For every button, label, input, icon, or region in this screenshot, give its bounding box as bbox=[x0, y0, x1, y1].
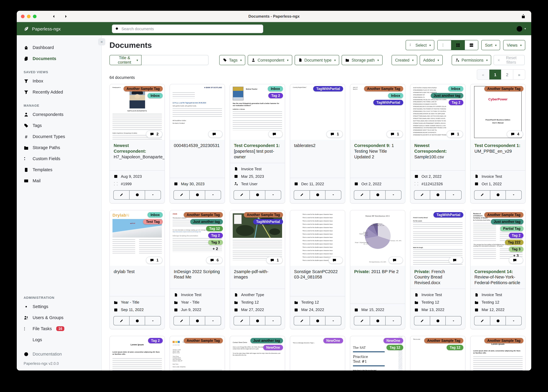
download-button[interactable] bbox=[145, 190, 161, 199]
comment-count-badge[interactable] bbox=[389, 257, 403, 264]
document-card[interactable]: AdobThis document contains iFor more inf… bbox=[170, 210, 225, 329]
document-preview[interactable]: This is a test for the double space char… bbox=[290, 210, 345, 266]
document-title[interactable]: tablerates2 bbox=[290, 140, 345, 178]
minimize-window-button[interactable] bbox=[27, 15, 30, 18]
document-card[interactable]: Review ofof Arbitral ACertainty of Award… bbox=[470, 210, 526, 329]
sidebar-item-documentation[interactable]: Documentation bbox=[17, 349, 101, 359]
comment-count-badge[interactable]: 1 bbox=[386, 131, 403, 138]
tag-pill[interactable]: Another Sample Tag bbox=[184, 338, 223, 343]
close-window-button[interactable] bbox=[21, 15, 25, 18]
document-title[interactable]: 0004814539_20230531 bbox=[170, 140, 225, 178]
edit-button[interactable] bbox=[414, 190, 430, 199]
document-card[interactable]: French Country BreadFor the LeavenMake t… bbox=[410, 210, 465, 329]
document-preview[interactable]: Serial Number,Company Name,Employe978818… bbox=[411, 84, 465, 140]
edit-button[interactable] bbox=[234, 316, 249, 325]
comment-count-badge[interactable]: 2 bbox=[146, 131, 162, 138]
document-preview[interactable]: CyberPowerPowerPanel® Business EditionUs… bbox=[470, 84, 525, 140]
global-search[interactable] bbox=[112, 24, 263, 33]
edit-button[interactable] bbox=[354, 190, 370, 199]
download-button[interactable] bbox=[205, 316, 221, 325]
download-button[interactable] bbox=[506, 190, 521, 199]
tag-pill[interactable]: TagWithPartial bbox=[313, 86, 343, 91]
sidebar-item-document-types[interactable]: # Document Types bbox=[17, 132, 101, 142]
edit-button[interactable] bbox=[114, 316, 129, 325]
comment-count-badge[interactable] bbox=[509, 257, 523, 264]
download-button[interactable] bbox=[385, 190, 401, 199]
document-preview[interactable]: Review ofof Arbitral ACertainty of Award… bbox=[470, 210, 525, 266]
storage-path-filter-button[interactable]: Storage path bbox=[342, 55, 382, 65]
zoom-window-button[interactable] bbox=[33, 15, 36, 18]
view-button[interactable] bbox=[310, 316, 325, 325]
download-button[interactable] bbox=[506, 316, 521, 325]
document-card[interactable]: Patient BP Distribution 2011Isolated Sys… bbox=[350, 210, 405, 329]
document-preview[interactable]: one,1.0five,5.0 Another Sample TagInboxT… bbox=[350, 84, 405, 140]
sidebar-item-custom-fields[interactable]: Custom Fields bbox=[17, 154, 101, 164]
tag-pill[interactable]: TagWithPartial bbox=[253, 219, 283, 224]
tag-pill[interactable]: Just another tag bbox=[431, 93, 463, 98]
comment-count-badge[interactable] bbox=[208, 131, 223, 138]
pagination-page-1[interactable]: 1 bbox=[489, 70, 501, 79]
edit-button[interactable] bbox=[234, 190, 249, 199]
brand[interactable]: Paperless-ngx bbox=[17, 26, 102, 32]
sidebar-item-file-tasks[interactable]: File Tasks 16 bbox=[17, 324, 101, 334]
view-button[interactable] bbox=[370, 190, 385, 199]
document-card[interactable]: Medical TeacherHas the new Kirkpatrick g… bbox=[230, 84, 285, 203]
sidebar-item-tags[interactable]: Tags bbox=[17, 120, 101, 131]
document-preview[interactable]: Patient BP Distribution 2011Isolated Sys… bbox=[350, 210, 405, 266]
tag-pill[interactable]: Inbox bbox=[268, 86, 283, 91]
tag-pill[interactable]: Just another tag bbox=[250, 338, 283, 343]
filter-text-input[interactable] bbox=[142, 55, 208, 65]
tag-pill[interactable]: NewOne bbox=[323, 338, 343, 343]
document-title[interactable]: Newest Correspondent: H7_Napoleon_Bonapa… bbox=[110, 140, 165, 170]
download-button[interactable] bbox=[325, 190, 341, 199]
view-button[interactable] bbox=[310, 190, 325, 199]
document-card[interactable]: Country,Region/State," TagWithPartial 1 … bbox=[290, 84, 345, 203]
tag-pill[interactable]: Inbox bbox=[148, 93, 163, 98]
tag-pill[interactable]: NewOne bbox=[263, 345, 283, 350]
document-correspondent[interactable]: Correspondent 14: bbox=[474, 269, 513, 274]
document-title[interactable]: Private: 2011 BP Pie 2 bbox=[350, 266, 405, 304]
sidebar-item-correspondents[interactable]: Correspondents bbox=[17, 109, 101, 119]
tag-pill[interactable]: Inbox bbox=[388, 93, 403, 98]
document-preview[interactable]: Medical TeacherHas the new Kirkpatrick g… bbox=[230, 84, 285, 140]
pagination-next-button[interactable]: » bbox=[513, 70, 525, 79]
document-card[interactable]: The SATPracticeTest #1Make time to take … bbox=[350, 336, 405, 371]
edit-button[interactable] bbox=[474, 190, 490, 199]
tag-pill[interactable]: Tag 12 bbox=[387, 345, 403, 350]
document-title[interactable]: Correspondent 14: Review-of-New-York-Fed… bbox=[470, 266, 525, 289]
document-title[interactable]: Newest Correspondent: Sample100.csv bbox=[411, 140, 465, 170]
document-card[interactable]: Contact Sheet DemoGiven a set of image f… bbox=[230, 336, 285, 371]
document-title[interactable]: drylab Test bbox=[110, 266, 165, 296]
share-button[interactable] bbox=[521, 14, 526, 20]
added-filter-button[interactable]: Added bbox=[420, 55, 443, 65]
document-correspondent[interactable]: Private: bbox=[354, 269, 370, 274]
tag-pill[interactable]: Another Sample Tag bbox=[364, 86, 403, 91]
sort-button[interactable]: Sort bbox=[482, 40, 500, 50]
created-filter-button[interactable]: Created bbox=[391, 55, 417, 65]
view-button[interactable] bbox=[430, 316, 445, 325]
forward-icon[interactable] bbox=[63, 14, 68, 19]
comment-count-badge[interactable]: 6 bbox=[206, 257, 223, 264]
view-button[interactable] bbox=[370, 316, 385, 325]
document-preview[interactable]: Lorem ipsumLorem ipsum dolor sit amet, c… bbox=[110, 336, 165, 371]
permissions-filter-button[interactable]: Permissions bbox=[452, 55, 491, 65]
tag-pill[interactable]: Just another tag bbox=[491, 219, 523, 224]
view-button[interactable] bbox=[490, 316, 505, 325]
document-preview[interactable]: This is a multi page document. Page 1. N… bbox=[290, 336, 345, 371]
tag-pill[interactable]: Another Sample Tag bbox=[484, 212, 523, 217]
view-button[interactable] bbox=[490, 190, 505, 199]
view-button[interactable] bbox=[129, 316, 145, 325]
sidebar-item-templates[interactable]: Templates bbox=[17, 165, 101, 175]
tag-pill[interactable]: TagWithPartial bbox=[374, 100, 403, 105]
download-button[interactable] bbox=[145, 316, 161, 325]
sidebar-item-mail[interactable]: Mail bbox=[17, 176, 101, 186]
collapse-sidebar-button[interactable]: « bbox=[98, 38, 105, 45]
document-card[interactable]: DrylabNNETFLIX InboxTest Tag 1 drylab Te… bbox=[109, 210, 165, 329]
tag-pill[interactable]: Tag 2 bbox=[208, 233, 223, 238]
download-button[interactable] bbox=[265, 190, 281, 199]
document-preview[interactable]: Francja pod rzNAPOLEON BONAPARTEDojście … bbox=[110, 84, 165, 140]
tag-pill[interactable]: Tag 12 bbox=[447, 345, 463, 350]
document-card[interactable]: This is a test for the double space char… bbox=[290, 210, 345, 329]
view-cards-button[interactable] bbox=[465, 40, 478, 50]
sidebar-item-documents[interactable]: Documents bbox=[17, 54, 101, 64]
